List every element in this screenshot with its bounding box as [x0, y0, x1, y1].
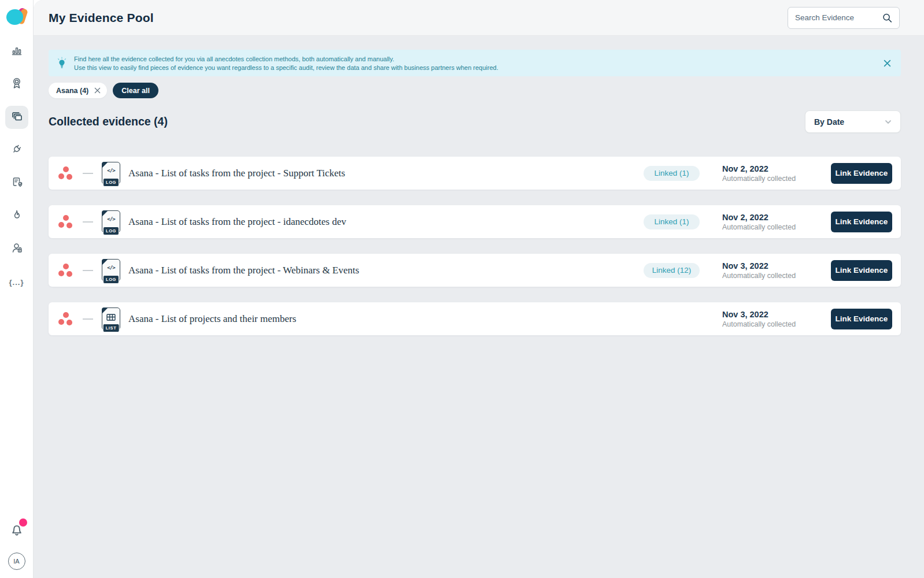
evidence-date: Nov 2, 2022 [722, 164, 831, 173]
evidence-date: Nov 3, 2022 [722, 261, 831, 271]
notification-dot [19, 518, 27, 527]
notifications-button[interactable] [8, 520, 25, 538]
sidebar: {...} IA [0, 0, 34, 578]
table-glyph [106, 313, 116, 323]
linked-badge[interactable]: Linked (1) [644, 214, 700, 229]
braces-icon: {...} [9, 278, 24, 287]
connector-dash [83, 270, 93, 271]
surface: My Evidence Pool Find here al [34, 0, 924, 578]
filter-chip-label: Asana (4) [56, 87, 88, 95]
search-box [788, 7, 900, 29]
user-lock-icon [10, 241, 24, 257]
date-block: Nov 2, 2022 Automatically collected [722, 213, 831, 231]
sidebar-item-api[interactable]: {...} [5, 271, 28, 294]
asana-logo-icon [58, 166, 73, 181]
code-glyph: </> [102, 168, 120, 173]
file-type-badge: LOG [103, 178, 119, 187]
lightbulb-icon [56, 55, 68, 71]
collection-method: Automatically collected [722, 272, 831, 280]
collected-evidence-heading: Collected evidence (4) [49, 115, 168, 128]
file-type-badge: LOG [103, 227, 119, 236]
evidence-title[interactable]: Asana - List of tasks from the project -… [128, 168, 644, 179]
app-root: {...} IA My Evidence Pool [0, 0, 924, 578]
date-block: Nov 2, 2022 Automatically collected [722, 164, 831, 183]
heading-row: Collected evidence (4) By Date [49, 110, 901, 133]
sidebar-item-audits[interactable] [5, 172, 28, 195]
evidence-date: Nov 2, 2022 [722, 213, 831, 222]
sidebar-item-risk[interactable] [5, 205, 28, 228]
sidebar-item-plugins[interactable] [5, 139, 28, 162]
collection-method: Automatically collected [722, 320, 831, 328]
main-wrap: My Evidence Pool Find here al [34, 0, 924, 578]
clear-all-button[interactable]: Clear all [113, 83, 158, 98]
header: My Evidence Pool [34, 0, 924, 36]
banner-line-1: Find here all the evidence collected for… [74, 55, 498, 62]
link-evidence-button[interactable]: Link Evidence [831, 260, 892, 281]
link-evidence-button[interactable]: Link Evidence [831, 163, 892, 184]
file-type-badge: LOG [103, 275, 119, 284]
banner-text: Find here all the evidence collected for… [74, 55, 498, 71]
link-evidence-button[interactable]: Link Evidence [831, 309, 892, 329]
connector-dash [83, 221, 93, 223]
file-type-badge: LIST [103, 324, 120, 333]
list-file-icon: LIST [102, 307, 120, 330]
asana-logo-icon [58, 263, 73, 278]
link-evidence-button[interactable]: Link Evidence [831, 212, 892, 232]
logo-teal-shape [6, 9, 23, 25]
collection-method: Automatically collected [722, 175, 831, 183]
user-avatar[interactable]: IA [8, 553, 25, 570]
sidebar-bottom: IA [8, 520, 25, 578]
sidebar-item-access[interactable] [5, 238, 28, 261]
log-file-icon: </> LOG [102, 210, 120, 233]
sidebar-item-evidence-pool[interactable] [5, 106, 28, 129]
connector-dash [83, 318, 93, 320]
date-block: Nov 3, 2022 Automatically collected [722, 261, 831, 280]
evidence-list: </> LOG Asana - List of tasks from the p… [49, 157, 901, 335]
bar-chart-icon [10, 43, 24, 60]
filter-chip-asana: Asana (4) [49, 83, 107, 98]
search-input[interactable] [795, 13, 881, 22]
collection-method: Automatically collected [722, 223, 831, 231]
linked-badge[interactable]: Linked (12) [644, 263, 700, 278]
evidence-title[interactable]: Asana - List of projects and their membe… [128, 313, 644, 325]
filter-row: Asana (4) Clear all [49, 83, 901, 98]
document-check-icon [10, 175, 24, 191]
page-title: My Evidence Pool [49, 11, 154, 25]
code-glyph: </> [102, 265, 120, 271]
evidence-title[interactable]: Asana - List of tasks from the project -… [128, 265, 644, 276]
connector-dash [83, 173, 93, 174]
log-file-icon: </> LOG [102, 162, 120, 184]
evidence-row: </> LOG Asana - List of tasks from the p… [49, 205, 901, 238]
banner-close-icon[interactable] [882, 58, 892, 68]
sidebar-item-analytics[interactable] [5, 40, 28, 63]
sort-dropdown-value: By Date [814, 117, 844, 127]
sidebar-nav: {...} [5, 40, 28, 294]
evidence-row: LIST Asana - List of projects and their … [49, 302, 901, 335]
evidence-row: </> LOG Asana - List of tasks from the p… [49, 157, 901, 190]
stacked-cards-icon [10, 109, 24, 125]
evidence-date: Nov 3, 2022 [722, 310, 831, 319]
banner-line-2: Use this view to easily find pieces of e… [74, 64, 498, 71]
code-glyph: </> [102, 216, 120, 222]
asana-logo-icon [58, 214, 73, 229]
evidence-title[interactable]: Asana - List of tasks from the project -… [128, 216, 644, 228]
info-banner: Find here all the evidence collected for… [49, 50, 901, 76]
chevron-down-icon [884, 117, 893, 127]
award-ribbon-icon [10, 76, 24, 92]
plug-icon [10, 142, 24, 158]
date-block: Nov 3, 2022 Automatically collected [722, 310, 831, 328]
anecdotes-logo[interactable] [4, 4, 29, 29]
sort-dropdown[interactable]: By Date [805, 110, 901, 133]
evidence-row: </> LOG Asana - List of tasks from the p… [49, 254, 901, 287]
sidebar-item-frameworks[interactable] [5, 73, 28, 96]
linked-badge[interactable]: Linked (1) [644, 166, 700, 181]
content: Find here all the evidence collected for… [34, 36, 924, 335]
chip-remove-icon[interactable] [93, 87, 101, 95]
search-icon[interactable] [881, 12, 893, 24]
flame-icon [10, 208, 24, 224]
log-file-icon: </> LOG [102, 259, 120, 281]
asana-logo-icon [58, 312, 73, 327]
